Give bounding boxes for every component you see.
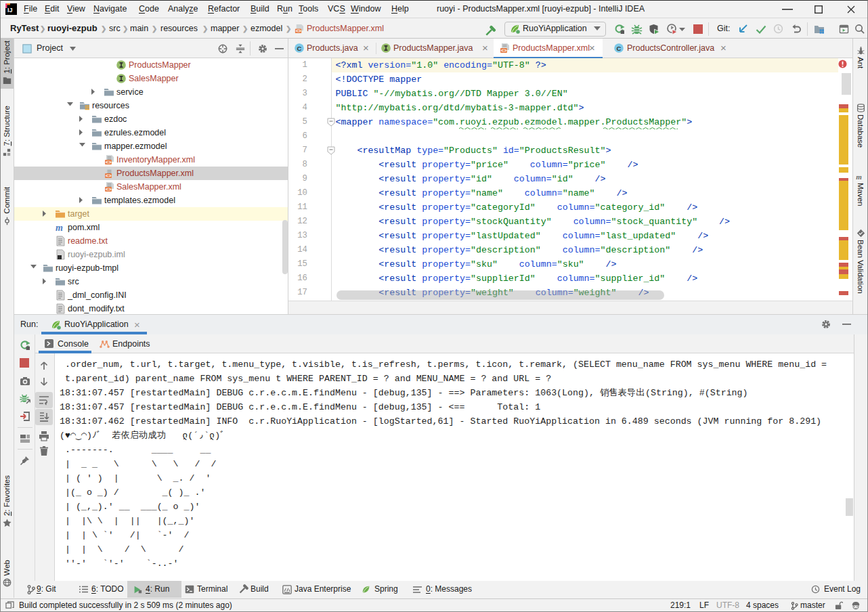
svg-text:IJ: IJ <box>7 7 13 14</box>
svg-text:<>: <> <box>106 187 112 192</box>
svg-text:m: m <box>856 173 862 181</box>
svg-text:C: C <box>297 45 302 52</box>
svg-text:<>: <> <box>296 28 301 34</box>
svg-text:<>: <> <box>106 160 112 165</box>
svg-text:<>: <> <box>501 48 508 53</box>
svg-text:<>: <> <box>106 173 112 179</box>
svg-text:C: C <box>617 45 622 52</box>
svg-text:m: m <box>56 223 63 233</box>
